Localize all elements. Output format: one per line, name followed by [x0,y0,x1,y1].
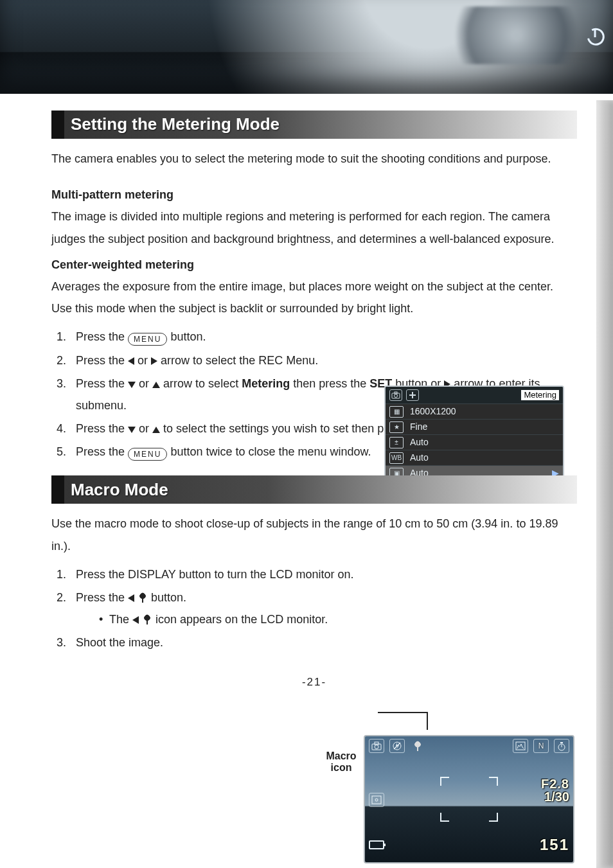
camera-mode-icon [369,739,384,753]
frames-remaining: 151 [540,830,569,860]
multi-pattern-heading: Multi-pattern metering [51,184,577,206]
arrow-left-icon [128,357,134,365]
metering-step-1: Press the MENU button. [69,326,577,348]
section-macro-title: Macro Mode [62,475,577,504]
menu-row-resolution: ▦ 1600X1200 [386,403,563,419]
shutter-value: 1/30 [541,790,569,803]
metering-menu-tabs: Metering [386,387,563,403]
metering-mode-icon [369,793,384,807]
page-number: -21- [51,672,577,693]
aperture-value: F2.8 [541,777,569,790]
section-macro-heading: Macro Mode [51,475,577,504]
histogram-icon [513,739,528,753]
no-flash-icon [389,739,405,753]
arrow-right-icon [151,357,157,365]
menu-button-icon: MENU [128,448,167,461]
center-weighted-body: Averages the exposure from the entire im… [51,276,577,319]
arrow-left-icon [132,616,139,624]
resolution-icon: ▦ [389,406,404,418]
macro-intro: Use the macro mode to shoot close-up of … [51,513,577,556]
lcd-display: N F2.8 1/30 151 [364,735,574,864]
camera-tab-icon [389,389,402,401]
svg-rect-15 [560,742,563,743]
menu-row-white-balance: WB Auto [386,450,563,465]
metering-intro: The camera enables you to select the met… [51,148,577,170]
section-metering-heading: Setting the Metering Mode [51,111,577,139]
osd-top-row: N [369,739,569,753]
macro-step-2: Press the button. • The icon appears on … [69,587,577,630]
arrow-down-icon [128,427,136,433]
svg-rect-6 [412,392,413,398]
metering-menu-tag: Metering [521,390,559,400]
exposure-icon: ± [389,437,404,448]
callout-line [378,712,428,730]
battery-icon [369,840,384,849]
svg-point-4 [395,394,398,398]
arrow-up-icon [152,427,160,433]
power-icon [583,26,607,49]
self-timer-icon [554,739,569,753]
menu-row-exposure: ± Auto [386,434,563,450]
wb-icon: WB [389,452,404,464]
macro-steps: Press the DISPLAY button to turn the LCD… [51,563,577,654]
macro-lcd-screenshot: Macro icon N [364,735,574,864]
macro-step-1: Press the DISPLAY button to turn the LCD… [69,563,577,585]
arrow-left-icon [128,594,134,602]
osd-right: F2.8 1/30 [541,777,569,803]
macro-step-2-sub: • The icon appears on the LCD monitor. [99,608,577,630]
focus-brackets-icon [440,777,498,822]
quality-n-icon: N [533,739,549,753]
macro-flower-icon [410,739,425,753]
metering-menu-screenshot: Metering ▦ 1600X1200 ★ Fine ± Auto WB Au… [384,385,564,482]
center-weighted-heading: Center-weighted metering [51,254,577,276]
menu-row-quality: ★ Fine [386,419,563,434]
quality-icon: ★ [389,421,404,433]
osd-bottom-row: 151 [369,830,569,860]
hero-banner [0,0,613,94]
callout-label: Macro icon [323,750,360,773]
section-metering-title: Setting the Metering Mode [62,111,577,139]
metering-menu-rows: ▦ 1600X1200 ★ Fine ± Auto WB Auto ▣ Auto… [386,403,563,481]
macro-flower-icon [142,614,152,624]
svg-point-17 [375,799,378,801]
setup-tab-icon [406,389,419,401]
menu-button-icon: MENU [128,333,167,346]
svg-rect-16 [372,796,381,804]
arrow-down-icon [128,382,136,388]
metering-step-2: Press the or arrow to select the REC Men… [69,350,577,371]
arrow-up-icon [152,382,160,388]
multi-pattern-body: The image is divided into multiple regio… [51,206,577,249]
svg-point-0 [585,26,607,48]
svg-point-9 [375,745,378,749]
macro-step-3: Shoot the image. [69,632,577,653]
macro-flower-icon [138,592,148,603]
